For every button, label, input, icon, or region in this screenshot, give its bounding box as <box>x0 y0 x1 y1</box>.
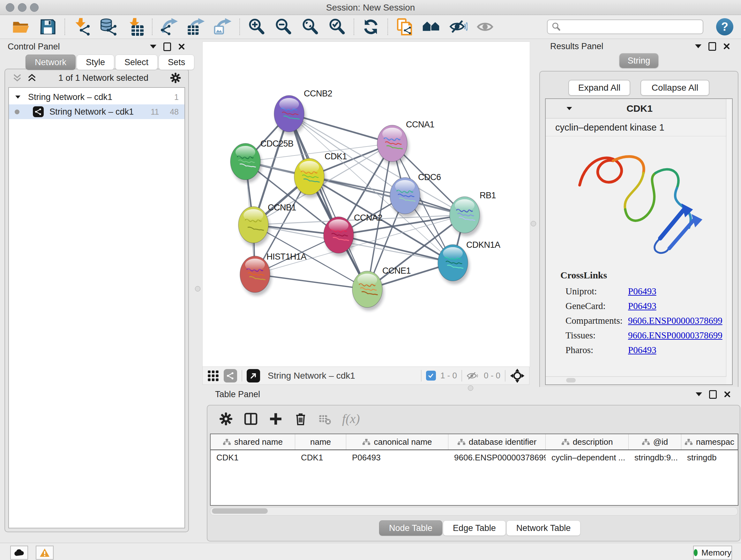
zoom-selected-icon[interactable] <box>324 17 350 37</box>
network-node-CDKN1A[interactable]: CDKN1A <box>438 240 500 284</box>
network-options-gear-icon[interactable] <box>170 72 181 84</box>
column-header-database-identifier[interactable]: database identifier <box>448 434 546 449</box>
network-selection-summary: 1 of 1 Network selected <box>37 73 170 83</box>
memory-button[interactable]: Memory <box>693 546 732 560</box>
tab-edge-table[interactable]: Edge Table <box>443 520 506 536</box>
tab-select[interactable]: Select <box>115 55 158 70</box>
export-network-icon[interactable] <box>156 17 183 37</box>
network-row-selected[interactable]: String Network – cdk1 11 48 <box>9 105 185 119</box>
delete-column-icon[interactable] <box>293 412 308 426</box>
tab-sets[interactable]: Sets <box>158 55 194 70</box>
network-node-CCNB2[interactable]: CCNB2 <box>274 89 332 135</box>
gene-section-collapse-icon[interactable] <box>567 107 572 110</box>
hide-selected-icon[interactable] <box>445 17 472 37</box>
expand-all-button[interactable]: Expand All <box>568 80 630 96</box>
network-thumbnail-icon[interactable] <box>224 369 237 382</box>
panel-float-icon[interactable] <box>163 43 171 51</box>
open-in-window-icon[interactable] <box>247 369 260 382</box>
network-canvas[interactable]: CCNB2CCNA1CDC25BCDK1CDC6RB1CCNB1CCNA2CDK… <box>202 42 530 367</box>
tab-style[interactable]: Style <box>77 55 114 70</box>
import-network-file-icon[interactable] <box>68 17 95 37</box>
network-node-CDC6[interactable]: CDC6 <box>390 172 441 217</box>
expand-all-chevron-icon[interactable] <box>27 73 37 82</box>
show-columns-icon[interactable] <box>244 412 258 426</box>
panel-menu-icon[interactable] <box>150 45 156 49</box>
node-label-CDKN1A: CDKN1A <box>466 240 500 250</box>
add-column-icon[interactable] <box>269 412 283 426</box>
node-label-CCNA2: CCNA2 <box>354 213 382 223</box>
tab-network-table[interactable]: Network Table <box>507 520 581 536</box>
main-toolbar: ? <box>0 15 741 39</box>
results-vertical-scrollbar[interactable] <box>726 99 732 384</box>
panel-close-icon[interactable] <box>723 43 730 50</box>
birdseye-crosshair-icon[interactable] <box>510 368 525 383</box>
crosslink-link[interactable]: P06493 <box>628 301 657 311</box>
column-header-shared-name[interactable]: shared name <box>211 434 295 449</box>
panel-close-icon[interactable] <box>724 391 731 398</box>
panel-float-icon[interactable] <box>709 390 717 399</box>
refresh-layout-icon[interactable] <box>357 17 384 37</box>
panel-menu-icon[interactable] <box>696 392 702 396</box>
search-input[interactable] <box>564 22 699 32</box>
network-tab-content: 1 of 1 Network selected String Network –… <box>4 69 189 532</box>
column-header-namespac[interactable]: namespac <box>681 434 738 449</box>
crosslink-link[interactable]: P06493 <box>628 286 657 297</box>
table-horizontal-scrollbar[interactable] <box>210 507 738 516</box>
tab-string[interactable]: String <box>619 53 659 68</box>
help-button[interactable]: ? <box>716 18 733 36</box>
results-horizontal-scrollbar[interactable] <box>546 376 726 384</box>
zoom-out-icon[interactable] <box>270 17 297 37</box>
collapse-all-chevron-icon[interactable] <box>12 73 22 82</box>
right-splitter-handle[interactable] <box>531 221 536 226</box>
grid-view-icon[interactable] <box>207 370 219 382</box>
network-node-CDC25B[interactable]: CDC25B <box>230 139 293 183</box>
open-session-icon[interactable] <box>8 17 35 37</box>
collapse-all-button[interactable]: Collapse All <box>641 80 710 96</box>
network-node-CCNA1[interactable]: CCNA1 <box>377 120 434 165</box>
crosslink-link[interactable]: P06493 <box>628 345 657 355</box>
clone-network-icon[interactable] <box>391 17 418 37</box>
help-glyph: ? <box>721 20 728 34</box>
cloud-status-button[interactable] <box>10 546 28 560</box>
first-neighbors-icon[interactable] <box>418 17 445 37</box>
node-label-CCNE1: CCNE1 <box>382 266 411 275</box>
panel-float-icon[interactable] <box>709 42 716 51</box>
panel-close-icon[interactable] <box>178 43 185 50</box>
node-label-CCNB1: CCNB1 <box>268 203 296 212</box>
table-cell: stringdb <box>681 453 738 462</box>
network-node-HIST1H1A[interactable]: HIST1H1A <box>240 252 307 296</box>
search-box[interactable] <box>547 19 703 34</box>
import-table-icon[interactable] <box>122 17 149 37</box>
network-node-CCNB1[interactable]: CCNB1 <box>239 203 296 246</box>
crosslink-link[interactable]: 9606.ENSP00000378699 <box>628 330 723 341</box>
save-session-icon[interactable] <box>35 17 61 37</box>
network-node-RB1[interactable]: RB1 <box>450 191 496 236</box>
import-network-database-icon[interactable] <box>95 17 122 37</box>
export-table-icon[interactable] <box>183 17 209 37</box>
left-splitter-handle[interactable] <box>195 286 200 292</box>
network-node-CCNE1[interactable]: CCNE1 <box>352 266 411 311</box>
tab-node-table[interactable]: Node Table <box>379 520 442 536</box>
string-network-graph[interactable]: CCNB2CCNA1CDC25BCDK1CDC6RB1CCNB1CCNA2CDK… <box>203 42 530 367</box>
column-header-canonical-name[interactable]: canonical name <box>346 434 448 449</box>
zoom-fit-icon[interactable] <box>297 17 324 37</box>
panel-menu-icon[interactable] <box>695 44 701 48</box>
crosslink-label: Pharos: <box>565 345 628 355</box>
warnings-button[interactable] <box>36 546 54 560</box>
crosslink-link[interactable]: 9606.ENSP00000378699 <box>628 315 723 326</box>
table-options-gear-icon[interactable] <box>219 412 233 426</box>
column-header--id[interactable]: @id <box>629 434 681 449</box>
column-header-description[interactable]: description <box>546 434 629 449</box>
tab-network[interactable]: Network <box>25 55 76 70</box>
bottom-splitter-handle[interactable] <box>468 385 473 391</box>
network-collection-row[interactable]: String Network – cdk1 1 <box>9 90 185 105</box>
show-all-icon[interactable] <box>472 17 498 37</box>
gene-symbol: CDK1 <box>572 103 706 114</box>
column-header-name[interactable]: name <box>295 434 346 449</box>
selected-checkbox-icon[interactable] <box>426 371 436 381</box>
string-results-content: Expand All Collapse All CDK1 cyclin–depe… <box>539 71 738 393</box>
export-image-icon[interactable] <box>209 17 236 37</box>
zoom-in-icon[interactable] <box>243 17 270 37</box>
collection-expander-icon[interactable] <box>15 96 20 99</box>
table-row[interactable]: CDK1CDK1P064939606.ENSP00000378699cyclin… <box>211 450 738 465</box>
